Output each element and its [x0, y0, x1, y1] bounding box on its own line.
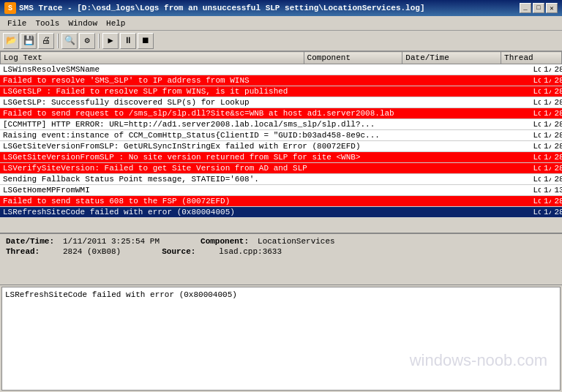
cell-logtext: LSRefreshSiteCode failed with error (0x8… [0, 207, 531, 218]
cell-component: LocationServices [531, 97, 541, 108]
maximize-button[interactable]: □ [533, 3, 544, 13]
print-button[interactable]: 🖨 [38, 33, 54, 49]
cell-thread: 2824 (0xB08) [551, 196, 562, 207]
cell-thread: 2824 (0xB08) [551, 152, 562, 163]
log-table-header: Log Text Component Date/Time Thread [1, 52, 562, 64]
menu-help[interactable]: Help [102, 18, 130, 29]
cell-component: LocationServices [531, 196, 541, 207]
table-row[interactable]: LSRefreshSiteCode failed with error (0x8… [0, 207, 562, 218]
cell-datetime: 1/11/2011 3:25:52 PM [541, 174, 551, 185]
cell-component: LocationServices [531, 75, 541, 86]
settings-button[interactable]: ⚙ [79, 33, 95, 49]
header-component[interactable]: Component [304, 52, 402, 64]
cell-logtext: LSGetHomeMPFromWMI [0, 185, 531, 196]
detail-row-thread: Thread: 2824 (0xB08) Source: lsad.cpp:36… [6, 247, 556, 256]
window-title: SMS Trace - [D:\osd_logs\Logs from an un… [19, 4, 425, 12]
toolbar: 📂 💾 🖨 🔍 ⚙ ▶ ⏸ ⏹ [0, 31, 562, 51]
cell-logtext: Failed to send status 608 to the FSP (80… [0, 196, 531, 207]
find-button[interactable]: 🔍 [61, 33, 78, 49]
title-bar: S SMS Trace - [D:\osd_logs\Logs from an … [0, 0, 562, 16]
menu-file[interactable]: File [3, 18, 31, 29]
main-area: Log Text Component Date/Time Thread LSWi… [0, 51, 562, 392]
stop-button[interactable]: ⏹ [138, 33, 154, 49]
table-row[interactable]: Failed to resolve 'SMS_SLP' to IP addres… [0, 75, 562, 86]
menu-tools[interactable]: Tools [31, 18, 64, 29]
header-datetime[interactable]: Date/Time [402, 52, 501, 64]
log-table: Log Text Component Date/Time Thread [0, 51, 562, 64]
detail-row-datetime: Date/Time: 1/11/2011 3:25:54 PM Componen… [6, 237, 556, 246]
title-bar-left: S SMS Trace - [D:\osd_logs\Logs from an … [4, 2, 425, 14]
cell-datetime: 1/11/2011 3:25:52 PM [541, 108, 551, 119]
cell-logtext: Failed to resolve 'SMS_SLP' to IP addres… [0, 75, 531, 86]
cell-thread: 2824 (0xB08) [551, 86, 562, 97]
cell-component: LocationServices [531, 141, 541, 152]
table-row[interactable]: Failed to send request to /sms_slp/slp.d… [0, 108, 562, 119]
cell-datetime: 1/11/2011 3:25:52 PM [541, 130, 551, 141]
toolbar-sep-1 [57, 34, 59, 48]
cell-component: LocationServices [531, 86, 541, 97]
cell-datetime: 1/11/2011 3:25:52 PM [541, 152, 551, 163]
cell-logtext: LSGetSLP: Successfully discovered SLP(s)… [0, 97, 531, 108]
log-scroll-area[interactable]: LSWinsResolveSMSNameLocationServices1/11… [0, 64, 562, 233]
log-table-container: Log Text Component Date/Time Thread LSWi… [0, 51, 562, 234]
open-button[interactable]: 📂 [3, 33, 19, 49]
cell-datetime: 1/11/2011 3:25:51 PM [541, 97, 551, 108]
app-icon: S [4, 2, 16, 14]
table-row[interactable]: LSWinsResolveSMSNameLocationServices1/11… [0, 64, 562, 75]
play-button[interactable]: ▶ [102, 33, 119, 49]
menu-window[interactable]: Window [64, 18, 102, 29]
title-bar-controls[interactable]: _ □ ✕ [520, 3, 558, 13]
cell-thread: 2824 (0xB08) [551, 119, 562, 130]
close-button[interactable]: ✕ [546, 3, 558, 13]
cell-component: LocationServices [531, 152, 541, 163]
cell-logtext: Failed to send request to /sms_slp/slp.d… [0, 108, 531, 119]
cell-logtext: LSVerifySiteVersion: Failed to get Site … [0, 163, 531, 174]
table-row[interactable]: Sending Fallback Status Point message, S… [0, 174, 562, 185]
cell-datetime: 1/11/2011 3:25:52 PM [541, 185, 551, 196]
component-label: Component: [201, 237, 252, 246]
cell-component: LocationServices [531, 108, 541, 119]
cell-component: LocationServices [531, 119, 541, 130]
cell-thread: 2824 (0xB08) [551, 75, 562, 86]
cell-thread: 2824 (0xB08) [551, 97, 562, 108]
save-button[interactable]: 💾 [20, 33, 37, 49]
table-row[interactable]: LSGetHomeMPFromWMILocationServices1/11/2… [0, 185, 562, 196]
table-row[interactable]: LSGetSLP : Failed to resolve SLP from WI… [0, 86, 562, 97]
cell-component: LocationServices [531, 163, 541, 174]
cell-logtext: LSGetSiteVersionFromSLP : No site versio… [0, 152, 531, 163]
table-row[interactable]: LSGetSiteVersionFromSLP : No site versio… [0, 152, 562, 163]
cell-thread: 2824 (0xB08) [551, 174, 562, 185]
table-row[interactable]: [CCMHTTP] HTTP ERROR: URL=http://ad1.ser… [0, 119, 562, 130]
table-row[interactable]: Failed to send status 608 to the FSP (80… [0, 196, 562, 207]
cell-datetime: 1/11/2011 3:25:32 PM [541, 64, 551, 75]
cell-datetime: 1/11/2011 3:25:51 PM [541, 86, 551, 97]
thread-value: 2824 (0xB08) [63, 247, 121, 256]
pause-button[interactable]: ⏸ [120, 33, 136, 49]
source-label: Source: [162, 247, 213, 256]
header-thread[interactable]: Thread [501, 52, 562, 64]
minimize-button[interactable]: _ [520, 3, 531, 13]
component-value: LocationServices [258, 237, 335, 246]
cell-thread: 2824 (0xB08) [551, 108, 562, 119]
table-row[interactable]: LSGetSiteVersionFromSLP: GetURLSyncInStr… [0, 141, 562, 152]
cell-component: LocationServices [531, 207, 541, 218]
cell-logtext: Sending Fallback Status Point message, S… [0, 174, 531, 185]
cell-datetime: 1/11/2011 3:25:52 PM [541, 163, 551, 174]
table-row[interactable]: LSGetSLP: Successfully discovered SLP(s)… [0, 97, 562, 108]
cell-logtext: [CCMHTTP] HTTP ERROR: URL=http://ad1.ser… [0, 119, 531, 130]
message-text: LSRefreshSiteCode failed with error (0x8… [5, 290, 237, 299]
source-value: lsad.cpp:3633 [219, 247, 282, 256]
table-row[interactable]: LSVerifySiteVersion: Failed to get Site … [0, 163, 562, 174]
cell-thread: 2824 (0xB08) [551, 207, 562, 218]
cell-component: LocationServices [531, 130, 541, 141]
log-data-table: LSWinsResolveSMSNameLocationServices1/11… [0, 64, 562, 218]
toolbar-sep-2 [98, 34, 100, 48]
cell-thread: 2824 (0xB08) [551, 130, 562, 141]
cell-component: LocationServices [531, 64, 541, 75]
thread-label: Thread: [6, 247, 57, 256]
cell-datetime: 1/11/2011 3:25:52 PM [541, 119, 551, 130]
table-row[interactable]: Raising event:instance of CCM_ComHttp_St… [0, 130, 562, 141]
cell-datetime: 1/11/2011 3:25:52 PM [541, 141, 551, 152]
detail-panel: Date/Time: 1/11/2011 3:25:54 PM Componen… [0, 234, 562, 285]
header-logtext[interactable]: Log Text [1, 52, 304, 64]
